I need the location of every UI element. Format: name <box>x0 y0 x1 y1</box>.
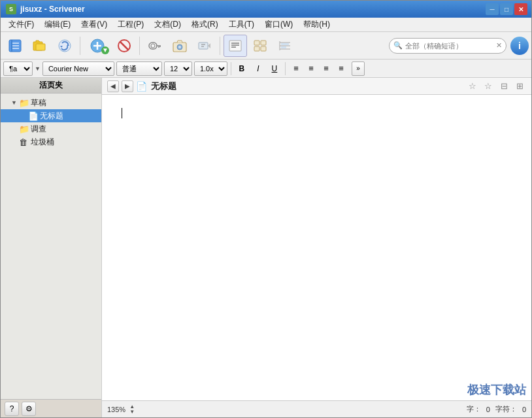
char-count-value: 0 <box>522 406 526 413</box>
toolbar: ▼ <box>1 32 531 60</box>
svg-rect-34 <box>261 46 266 51</box>
menu-file[interactable]: 文件(F) <box>3 18 39 31</box>
sidebar-tree: ▼ 📁 草稿 📄 无标题 📁 调查 <box>1 94 101 399</box>
align-left-button[interactable]: ≡ <box>289 61 303 76</box>
sidebar-item-research[interactable]: 📁 调查 <box>1 122 101 135</box>
draft-arrow-icon: ▼ <box>11 99 19 106</box>
sync-button[interactable] <box>53 35 76 57</box>
status-right: 字： 0 字符： 0 <box>467 404 526 414</box>
bold-button[interactable]: B <box>235 61 249 76</box>
bookmark-down-button[interactable]: ☆ <box>482 80 495 93</box>
research-label: 调查 <box>31 124 99 135</box>
sidebar-bottom: ? ⚙ <box>1 399 101 417</box>
svg-rect-32 <box>261 41 266 45</box>
align-justify-button[interactable]: ≡ <box>334 61 348 76</box>
add-button[interactable]: ▼ <box>84 35 111 57</box>
sidebar-item-untitled[interactable]: 📄 无标题 <box>1 109 101 122</box>
window-title: jisuxz - Scrivener <box>20 5 85 14</box>
close-button[interactable]: ✕ <box>514 3 527 15</box>
editor-area[interactable]: 极速下载站 <box>102 95 531 400</box>
forward-button[interactable] <box>193 35 216 57</box>
sidebar-header-label: 活页夹 <box>39 80 63 91</box>
menu-tools[interactable]: 工具(T) <box>224 18 259 31</box>
sidebar-header: 活页夹 <box>1 78 101 94</box>
zoom-level: 135% <box>107 406 125 413</box>
toolbar-sep-3 <box>220 37 220 55</box>
style-selector[interactable]: ¶a <box>3 61 33 76</box>
format-more-button[interactable]: » <box>352 61 365 76</box>
title-bar: S jisuxz - Scrivener ─ □ ✕ <box>1 1 531 18</box>
untitled-label: 无标题 <box>40 111 99 122</box>
status-bar: 135% ▲ ▼ 字： 0 字符： 0 <box>102 400 531 417</box>
split-h-button[interactable]: ⊟ <box>497 80 510 93</box>
draft-label: 草稿 <box>31 97 99 109</box>
watermark: 极速下载站 <box>467 382 526 398</box>
font-selector[interactable]: Courier New <box>42 61 114 76</box>
trash-icon: 🗑 <box>19 137 31 147</box>
doc-prev-button[interactable]: ◀ <box>107 80 119 92</box>
trash-label: 垃圾桶 <box>31 137 99 148</box>
doc-title-area: 📄 无标题 <box>136 80 463 92</box>
align-right-button[interactable]: ≡ <box>319 61 333 76</box>
untitled-doc-icon: 📄 <box>28 111 40 121</box>
info-button[interactable]: i <box>510 37 529 55</box>
title-bar-left: S jisuxz - Scrivener <box>6 4 85 14</box>
view-outline-button[interactable] <box>273 35 297 57</box>
style-arrow: ▼ <box>35 65 41 72</box>
search-bar[interactable]: 🔍 ✕ <box>389 38 507 54</box>
main-area: 活页夹 ▼ 📁 草稿 📄 无标题 📁 <box>1 78 531 417</box>
sidebar-help-button[interactable]: ? <box>5 402 19 416</box>
snapshot-button[interactable] <box>168 35 191 57</box>
italic-button[interactable]: I <box>251 61 265 76</box>
draft-folder-icon: 📁 <box>19 98 31 108</box>
sidebar-settings-button[interactable]: ⚙ <box>22 402 36 416</box>
spacing-selector[interactable]: 1.0x <box>194 61 227 76</box>
view-doc-button[interactable] <box>224 35 247 57</box>
zoom-down-button[interactable]: ▼ <box>129 409 135 415</box>
keywords-button[interactable] <box>143 35 167 57</box>
app-icon: S <box>6 4 16 14</box>
search-input[interactable] <box>405 42 496 50</box>
view-corkboard-button[interactable] <box>248 35 272 57</box>
svg-rect-31 <box>254 41 259 45</box>
svg-rect-40 <box>281 46 286 48</box>
research-folder-icon: 📁 <box>19 124 31 134</box>
zoom-controls: ▲ ▼ <box>129 404 135 415</box>
svg-marker-24 <box>208 43 210 48</box>
menu-help[interactable]: 帮助(H) <box>298 18 335 31</box>
menu-bar: 文件(F) 编辑(E) 查看(V) 工程(P) 文档(D) 格式(R) 工具(T… <box>1 18 531 32</box>
menu-project[interactable]: 工程(P) <box>112 18 149 31</box>
svg-point-22 <box>178 46 181 48</box>
window-controls: ─ □ ✕ <box>486 3 527 15</box>
bookmark-up-button[interactable]: ☆ <box>466 80 479 93</box>
menu-edit[interactable]: 编辑(E) <box>39 18 76 31</box>
svg-rect-39 <box>281 43 289 45</box>
menu-format[interactable]: 格式(R) <box>186 18 224 31</box>
char-count-label: 字符： <box>495 404 517 414</box>
toolbar-sep-1 <box>80 37 80 55</box>
sidebar-item-trash[interactable]: 🗑 垃圾桶 <box>1 135 101 148</box>
delete-button[interactable] <box>112 35 136 57</box>
doc-header-right: ☆ ☆ ⊟ ⊞ <box>466 80 526 93</box>
doc-next-button[interactable]: ▶ <box>122 80 133 92</box>
format-bar: ¶a ▼ Courier New 普通 12 1.0x B I U ≡ ≡ ≡ … <box>1 60 531 78</box>
menu-document[interactable]: 文档(D) <box>149 18 186 31</box>
minimize-button[interactable]: ─ <box>486 3 499 15</box>
underline-button[interactable]: U <box>267 61 282 76</box>
sidebar-item-draft[interactable]: ▼ 📁 草稿 <box>1 96 101 109</box>
svg-rect-33 <box>254 46 259 51</box>
binder-button[interactable] <box>3 35 27 57</box>
status-left: 135% ▲ ▼ <box>107 404 135 415</box>
search-clear-button[interactable]: ✕ <box>496 41 502 50</box>
menu-window[interactable]: 窗口(W) <box>259 18 298 31</box>
type-selector[interactable]: 普通 <box>116 61 162 76</box>
maximize-button[interactable]: □ <box>500 3 513 15</box>
format-sep-1 <box>231 62 231 75</box>
main-window: S jisuxz - Scrivener ─ □ ✕ 文件(F) 编辑(E) 查… <box>0 0 532 418</box>
word-count-label: 字： <box>467 404 481 414</box>
open-button[interactable] <box>28 35 52 57</box>
align-center-button[interactable]: ≡ <box>304 61 318 76</box>
size-selector[interactable]: 12 <box>164 61 192 76</box>
split-v-button[interactable]: ⊞ <box>513 80 526 93</box>
menu-view[interactable]: 查看(V) <box>76 18 112 31</box>
